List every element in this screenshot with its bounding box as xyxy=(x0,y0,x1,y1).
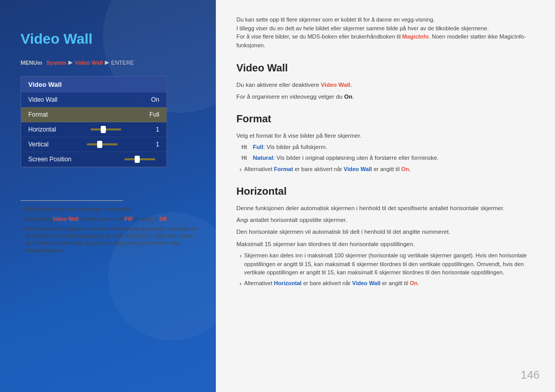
horizontal-bullet-text-2: Alternativet Horizontal er bare aktivert… xyxy=(244,279,419,288)
intro-line-1: Du kan sette opp til flere skjermer som … xyxy=(236,15,534,24)
breadcrumb-system: System xyxy=(46,60,66,66)
breadcrumb-menu: MENUm xyxy=(21,60,42,66)
horizontal-slider-thumb xyxy=(101,126,106,133)
ht-natural-label: Ht xyxy=(242,154,251,162)
left-panel: Video Wall MENUm System ▶ Video Wall ▶ E… xyxy=(0,0,216,392)
menu-item-horizontal[interactable]: Horizontal 1 xyxy=(21,122,166,137)
ht-full-text: Full: Vis bilder på fullskjerm. xyxy=(253,143,327,152)
ht-full: Ht Full: Vis bilder på fullskjerm. xyxy=(236,143,534,152)
intro-text: Du kan sette opp til flere skjermer som … xyxy=(236,15,534,49)
vertical-slider-thumb xyxy=(97,141,102,148)
section-heading-horizontal: Horizontal xyxy=(236,185,534,197)
vertical-slider[interactable] xyxy=(87,143,118,145)
horizontal-bullet-text-1: Skjermen kan deles inn i maksimalt 100 s… xyxy=(244,251,534,277)
notes-section: Hvilket bilde som vises, avhenger av mod… xyxy=(21,200,200,257)
section-horizontal-text1: Denne funksjonen deler automatisk skjerm… xyxy=(236,203,534,213)
section-horizontal: Horizontal Denne funksjonen deler automa… xyxy=(236,185,534,288)
intro-line-3: For å vise flere bilder, se du MDS-boken… xyxy=(236,32,534,49)
menu-item-vertical-label: Vertical xyxy=(28,141,48,148)
menu-item-format-value: Full xyxy=(150,111,159,118)
format-bullet-1: › Alternativet Format er bare aktivert n… xyxy=(236,165,534,174)
ht-natural: Ht Natural: Vis bilder i original oppløs… xyxy=(236,154,534,162)
horizontal-bullet-1: › Skjermen kan deles inn i maksimalt 100… xyxy=(236,251,534,277)
menu-panel: Video Wall Video Wall On Format Full Hor… xyxy=(21,76,167,167)
bullet-sym-h2: › xyxy=(239,279,242,288)
section-heading-format: Format xyxy=(236,113,534,125)
intro-line-2: I tillegg viser du en delt av hele bilde… xyxy=(236,24,534,33)
menu-title: Video Wall xyxy=(21,77,166,92)
right-panel: Du kan sette opp til flere skjermer som … xyxy=(216,0,555,392)
menu-item-screen-position-label: Screen Position xyxy=(28,156,71,163)
menu-item-vertical[interactable]: Vertical 1 xyxy=(21,137,166,152)
breadcrumb: MENUm System ▶ Video Wall ▶ ENTERE xyxy=(21,59,134,66)
section-horizontal-text2: Angi antallet horisontalt oppstilte skje… xyxy=(236,215,534,225)
menu-item-horizontal-value: 1 xyxy=(156,126,159,133)
horizontal-slider[interactable] xyxy=(90,128,121,130)
menu-item-vertical-value: 1 xyxy=(156,141,159,148)
note-item-1: Hvilket bilde som vises, avhenger av mod… xyxy=(21,206,200,213)
breadcrumb-videowall: Video Wall xyxy=(75,60,103,66)
breadcrumb-sep3: ▶ xyxy=(105,59,109,66)
section-video-wall: Video Wall Du kan aktivere eller deaktiv… xyxy=(236,62,534,102)
section-format-text1: Velg et format for å vise bilder på fler… xyxy=(236,131,534,140)
ht-natural-text: Natural: Vis bilder i original oppløsnin… xyxy=(253,154,439,162)
page-title: Video Wall xyxy=(21,31,92,47)
section-heading-videowall: Video Wall xyxy=(236,62,534,74)
screen-position-slider-thumb xyxy=(135,156,140,163)
note-item-3: Hvis flere enn fire skjermer er koblet t… xyxy=(21,226,200,254)
menu-item-screen-position[interactable]: Screen Position xyxy=(21,152,166,167)
format-bullet-text-1: Alternativet Format er bare aktivert når… xyxy=(244,165,411,174)
section-format: Format Velg et format for å vise bilder … xyxy=(236,113,534,174)
bullet-sym-h1: › xyxy=(239,251,242,260)
menu-item-format[interactable]: Format Full xyxy=(21,107,166,122)
breadcrumb-entere: ENTERE xyxy=(111,60,134,66)
section-videowall-text2: For å organisere en videovegg velger du … xyxy=(236,92,534,101)
menu-item-horizontal-label: Horizontal xyxy=(28,126,56,133)
menu-item-format-label: Format xyxy=(28,111,48,118)
bullet-sym-1: › xyxy=(239,165,242,174)
breadcrumb-sep2: ▶ xyxy=(68,59,72,66)
horizontal-bullet-2: › Alternativet Horizontal er bare aktive… xyxy=(236,279,534,288)
section-horizontal-text4: Maksimalt 15 skjermer kan tilordnes til … xyxy=(236,239,534,249)
menu-item-videowall-label: Video Wall xyxy=(28,96,58,103)
section-horizontal-text3: Den horisontale skjermen vil automatisk … xyxy=(236,227,534,236)
menu-item-videowall[interactable]: Video Wall On xyxy=(21,92,166,107)
screen-position-slider[interactable] xyxy=(124,158,155,160)
menu-item-videowall-value: On xyxy=(151,96,159,103)
note-divider xyxy=(21,200,123,201)
page-number: 146 xyxy=(521,368,540,382)
section-videowall-text1: Du kan aktivere eller deaktivere Video W… xyxy=(236,80,534,89)
ht-full-label: Ht xyxy=(242,143,251,151)
note-item-2: Alternativet Video Wall er bare aktivert… xyxy=(21,216,200,223)
